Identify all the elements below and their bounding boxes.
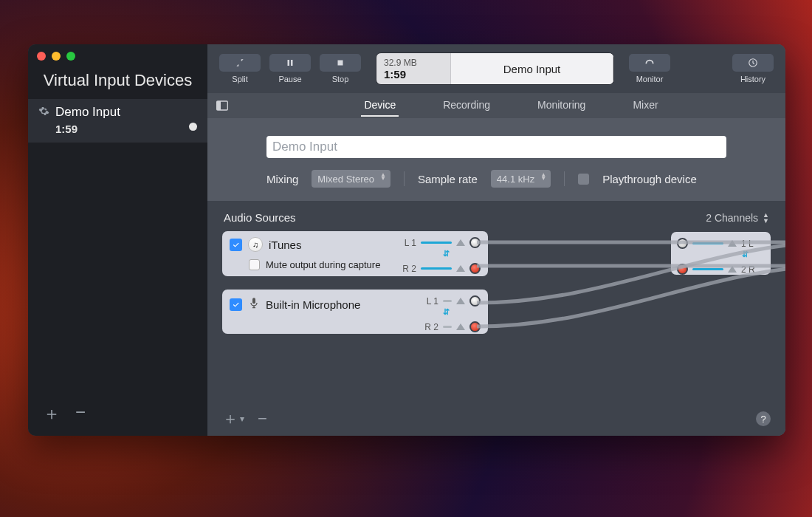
stop-button[interactable]: Stop [320, 54, 361, 83]
svg-rect-1 [291, 60, 293, 66]
svg-rect-2 [338, 61, 343, 66]
sample-rate-select[interactable]: 44.1 kHz ▲▼ [491, 170, 551, 188]
svg-rect-5 [217, 101, 221, 110]
destination-card[interactable]: 1 L 2 R ⇵ [671, 232, 771, 275]
routing-handle-icon[interactable] [456, 265, 465, 272]
sidebar-item-time: 1:59 [55, 123, 197, 135]
output-port[interactable] [469, 263, 481, 274]
routing-handle-icon[interactable] [456, 298, 465, 304]
input-port[interactable] [677, 264, 688, 275]
device-name-field[interactable]: Demo Input [266, 136, 726, 158]
monitor-button[interactable]: Monitor [629, 54, 670, 83]
level-meter-icon [421, 242, 452, 244]
add-source-menu-icon[interactable]: ▾ [240, 414, 244, 424]
output-port[interactable] [469, 321, 481, 332]
split-button[interactable]: Split [219, 54, 261, 83]
main-panel: Split Pause Stop 32.9 MB 1:59 Demo Input… [207, 44, 785, 436]
toolbar: Split Pause Stop 32.9 MB 1:59 Demo Input… [207, 44, 785, 93]
level-meter-icon [443, 300, 452, 302]
recording-status: 32.9 MB 1:59 Demo Input [376, 52, 614, 85]
svg-rect-6 [252, 298, 255, 304]
sidebar-item-demo-input[interactable]: Demo Input 1:59 [28, 99, 207, 143]
history-button[interactable]: History [732, 54, 774, 83]
add-source-button[interactable]: ＋ [222, 408, 238, 430]
recording-time: 1:59 [384, 68, 443, 81]
channel-link-icon[interactable]: ⇵ [742, 250, 749, 259]
playthrough-label: Playthrough device [602, 173, 697, 185]
routing-handle-icon[interactable] [728, 240, 737, 247]
channel-link-icon[interactable]: ⇵ [443, 249, 450, 258]
app-window: Virtual Input Devices Demo Input 1:59 ＋ … [28, 44, 785, 436]
source-card-itunes[interactable]: ♫ iTunes Mute output during capture L 1 [222, 231, 488, 276]
recording-size: 32.9 MB [384, 58, 443, 68]
tab-device[interactable]: Device [361, 95, 399, 117]
tab-recording[interactable]: Recording [440, 95, 493, 117]
add-device-button[interactable]: ＋ [43, 402, 61, 425]
close-icon[interactable] [37, 52, 46, 61]
channel-label: 2 R [741, 264, 757, 275]
help-button[interactable]: ? [756, 411, 771, 426]
tab-mixer[interactable]: Mixer [630, 95, 661, 117]
sources-heading: Audio Sources [224, 211, 296, 224]
source-name: Built-in Microphone [266, 298, 360, 311]
routing-handle-icon[interactable] [728, 266, 737, 273]
output-port[interactable] [469, 237, 481, 248]
sidebar: Virtual Input Devices Demo Input 1:59 ＋ … [28, 44, 207, 436]
audio-sources-panel: Audio Sources 2 Channels ▲▼ ♫ iTunes Mut… [207, 201, 785, 436]
channel-label: R 2 [421, 322, 438, 332]
microphone-icon [248, 295, 260, 313]
channel-label: R 2 [399, 264, 416, 274]
tab-monitoring[interactable]: Monitoring [534, 95, 588, 117]
source-name: iTunes [269, 239, 301, 251]
mixing-label: Mixing [266, 173, 298, 185]
zoom-icon[interactable] [66, 52, 75, 61]
channel-link-icon[interactable]: ⇵ [443, 307, 450, 317]
window-controls [28, 44, 207, 68]
mute-output-checkbox[interactable] [249, 259, 260, 270]
stepper-icon: ▲▼ [380, 173, 386, 180]
channel-label: L 1 [421, 296, 438, 307]
stepper-icon: ▲▼ [763, 212, 769, 224]
playthrough-checkbox[interactable] [578, 174, 589, 185]
level-meter-icon [692, 268, 723, 270]
svg-rect-0 [288, 60, 290, 66]
mixing-select[interactable]: Mixed Stereo ▲▼ [312, 170, 390, 188]
remove-device-button[interactable]: − [75, 402, 86, 425]
device-settings: Demo Input Mixing Mixed Stereo ▲▼ Sample… [207, 118, 785, 201]
panel-toggle-icon[interactable] [207, 100, 237, 111]
routing-handle-icon[interactable] [456, 323, 465, 330]
channel-count-select[interactable]: 2 Channels ▲▼ [706, 211, 769, 224]
recording-indicator-icon [189, 123, 197, 131]
input-port[interactable] [677, 238, 688, 249]
channel-label: 1 L [741, 239, 757, 249]
source-enable-checkbox[interactable] [230, 239, 242, 251]
source-card-microphone[interactable]: Built-in Microphone L 1 R 2 [222, 290, 488, 334]
sidebar-item-name: Demo Input [55, 105, 120, 120]
level-meter-icon [443, 326, 452, 328]
routing-handle-icon[interactable] [456, 239, 465, 246]
level-meter-icon [692, 242, 723, 244]
source-enable-checkbox[interactable] [230, 298, 242, 311]
recording-title: Demo Input [450, 53, 613, 84]
channel-label: L 1 [399, 238, 416, 248]
itunes-icon: ♫ [248, 237, 263, 252]
tab-bar: Device Recording Monitoring Mixer [207, 93, 785, 118]
sidebar-title: Virtual Input Devices [28, 68, 207, 99]
sources-footer: ＋ ▾ − ? [222, 408, 771, 430]
remove-source-button[interactable]: − [258, 409, 267, 428]
mute-output-label: Mute output during capture [266, 259, 380, 270]
gear-icon [38, 106, 49, 120]
output-port[interactable] [469, 295, 481, 307]
stepper-icon: ▲▼ [540, 173, 546, 180]
pause-button[interactable]: Pause [269, 54, 311, 83]
level-meter-icon [421, 267, 452, 270]
sample-rate-label: Sample rate [418, 173, 478, 185]
minimize-icon[interactable] [52, 52, 61, 61]
